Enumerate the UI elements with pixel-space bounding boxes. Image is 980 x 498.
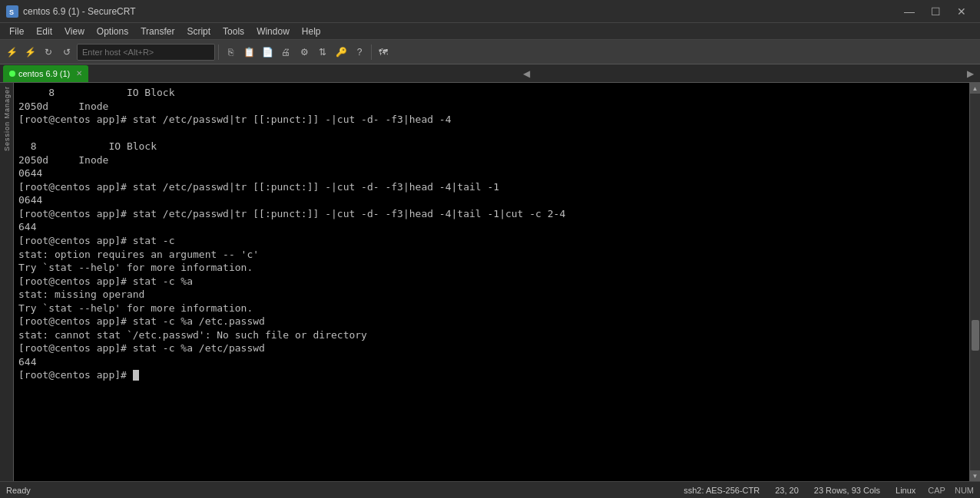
toolbar-key-btn[interactable]: 🔑 <box>333 44 349 61</box>
toolbar-print-btn[interactable]: 🖨 <box>277 44 294 61</box>
toolbar-btn-4[interactable]: ↺ <box>58 44 75 61</box>
tab-close-button[interactable]: ✕ <box>76 69 82 78</box>
session-sidebar-label: Session Manager <box>3 86 11 151</box>
copy-icon: ⎘ <box>228 47 233 58</box>
tab-scroll-right[interactable]: ▶ <box>964 68 977 79</box>
status-ready: Ready <box>6 486 31 495</box>
status-cap: CAP <box>928 486 945 495</box>
menu-file[interactable]: File <box>3 25 30 38</box>
status-position: 23, 20 <box>772 486 802 495</box>
key-icon: 🔑 <box>336 47 347 58</box>
toolbar-btn-2[interactable]: ⚡ <box>22 44 38 61</box>
menu-view[interactable]: View <box>58 25 91 38</box>
scroll-track[interactable] <box>970 94 981 470</box>
gear-icon: ⚙ <box>300 47 309 58</box>
status-right-group: ssh2: AES-256-CTR 23, 20 23 Rows, 93 Col… <box>680 486 974 495</box>
window-controls: — ☐ ✕ <box>897 4 974 19</box>
toolbar-paste-btn[interactable]: 📋 <box>240 44 257 61</box>
menu-edit[interactable]: Edit <box>30 25 58 38</box>
reload-icon: ↺ <box>63 47 71 58</box>
scroll-down-button[interactable]: ▼ <box>970 470 981 481</box>
toolbar-btn-3[interactable]: ↻ <box>40 44 57 61</box>
menu-script[interactable]: Script <box>180 25 217 38</box>
window-title: centos 6.9 (1) - SecureCRT <box>23 6 136 17</box>
status-os: Linux <box>892 486 919 495</box>
status-bar: Ready ssh2: AES-256-CTR 23, 20 23 Rows, … <box>0 481 980 498</box>
print-icon: 🖨 <box>281 47 290 58</box>
toolbar-savefile-btn[interactable]: 📄 <box>259 44 276 61</box>
status-num: NUM <box>955 486 974 495</box>
host-input[interactable] <box>77 44 215 61</box>
toolbar-copy-btn[interactable]: ⎘ <box>222 44 239 61</box>
paste-icon: 📋 <box>243 47 255 58</box>
toolbar-separator-2 <box>371 45 372 60</box>
toolbar-separator-1 <box>218 45 219 60</box>
terminal-scrollbar: ▲ ▼ <box>969 83 980 481</box>
menu-help[interactable]: Help <box>296 25 327 38</box>
tab-connected-indicator <box>9 71 15 77</box>
toolbar-ftp-btn[interactable]: ⇅ <box>314 44 331 61</box>
toolbar-btn-1[interactable]: ⚡ <box>3 44 20 61</box>
status-connection: ssh2: AES-256-CTR <box>680 486 763 495</box>
toolbar: ⚡ ⚡ ↻ ↺ ⎘ 📋 📄 🖨 ⚙ ⇅ 🔑 ? 🗺 <box>0 40 980 64</box>
tab-centos[interactable]: centos 6.9 (1) ✕ <box>3 65 88 82</box>
file-icon: 📄 <box>262 47 273 58</box>
main-area: Session Manager 8 IO Block 2050d Inode [… <box>0 83 980 481</box>
session-sidebar: Session Manager <box>0 83 14 481</box>
menu-tools[interactable]: Tools <box>217 25 250 38</box>
menu-bar: File Edit View Options Transfer Script T… <box>0 23 980 40</box>
terminal-output: 8 IO Block 2050d Inode [root@centos app]… <box>18 86 965 382</box>
menu-window[interactable]: Window <box>250 25 296 38</box>
maximize-button[interactable]: ☐ <box>923 4 948 19</box>
menu-options[interactable]: Options <box>91 25 134 38</box>
scroll-thumb[interactable] <box>972 320 979 351</box>
refresh-icon: ↻ <box>45 47 52 58</box>
close-button[interactable]: ✕ <box>949 4 974 19</box>
minimize-button[interactable]: — <box>897 4 922 19</box>
terminal[interactable]: 8 IO Block 2050d Inode [root@centos app]… <box>14 83 969 481</box>
tab-label: centos 6.9 (1) <box>18 69 70 78</box>
toolbar-extra-btn[interactable]: 🗺 <box>375 44 392 61</box>
toolbar-settings-btn[interactable]: ⚙ <box>296 44 313 61</box>
connect-icon: ⚡ <box>6 47 18 58</box>
terminal-cursor <box>133 370 139 381</box>
lightning-icon: ⚡ <box>25 47 36 58</box>
svg-text:S: S <box>9 8 14 16</box>
status-dimensions: 23 Rows, 93 Cols <box>811 486 883 495</box>
toolbar-help-btn[interactable]: ? <box>351 44 368 61</box>
map-icon: 🗺 <box>379 47 388 58</box>
title-bar: S centos 6.9 (1) - SecureCRT — ☐ ✕ <box>0 0 980 23</box>
tab-bar: centos 6.9 (1) ✕ ◀ ▶ <box>0 64 980 83</box>
tab-scroll-left[interactable]: ◀ <box>520 68 533 79</box>
transfer-icon: ⇅ <box>319 47 326 58</box>
scroll-up-button[interactable]: ▲ <box>970 83 981 94</box>
app-icon: S <box>6 5 18 18</box>
help-icon: ? <box>357 47 363 58</box>
menu-transfer[interactable]: Transfer <box>134 25 180 38</box>
